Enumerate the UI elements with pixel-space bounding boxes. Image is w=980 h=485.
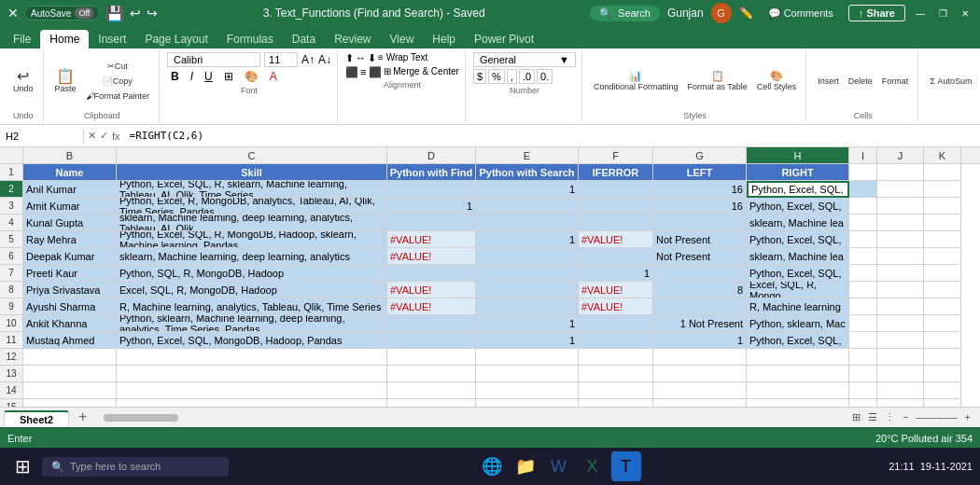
undo-icon[interactable]: ↩ bbox=[130, 6, 141, 21]
cell-E14[interactable] bbox=[476, 382, 579, 399]
cell-J15[interactable] bbox=[877, 399, 924, 407]
cell-F13[interactable] bbox=[579, 366, 653, 382]
row-num-3[interactable]: 3 bbox=[0, 198, 22, 215]
format-cells-button[interactable]: Format bbox=[878, 75, 913, 88]
cell-K4[interactable] bbox=[924, 215, 961, 231]
cell-G1[interactable]: LEFT bbox=[653, 164, 747, 181]
format-as-table-button[interactable]: 📋Format as Table bbox=[683, 68, 750, 93]
cell-B1[interactable]: Name bbox=[23, 164, 117, 181]
row-num-8[interactable]: 8 bbox=[0, 282, 22, 298]
search-box[interactable]: 🔍 Search bbox=[590, 6, 660, 21]
tab-help[interactable]: Help bbox=[423, 30, 465, 48]
cell-F4[interactable] bbox=[579, 215, 653, 231]
cell-D13[interactable] bbox=[387, 366, 476, 382]
cell-styles-button[interactable]: 🎨Cell Styles bbox=[753, 68, 801, 93]
cell-D3[interactable]: 1 bbox=[387, 198, 476, 215]
formula-confirm-icon[interactable]: ✓ bbox=[100, 130, 108, 142]
cell-D10[interactable] bbox=[387, 315, 476, 332]
comments-button[interactable]: 💬 Comments bbox=[761, 6, 841, 21]
page-break-button[interactable]: ⋮ bbox=[885, 411, 895, 423]
autosave-toggle[interactable]: AutoSave Off bbox=[24, 6, 100, 21]
cell-E2[interactable]: 1 bbox=[476, 181, 579, 198]
cell-J6[interactable] bbox=[877, 248, 924, 265]
cell-G7[interactable] bbox=[653, 265, 747, 282]
redo-icon[interactable]: ↪ bbox=[147, 6, 158, 21]
copy-button[interactable]: 📄Copy bbox=[82, 75, 154, 88]
cell-G4[interactable] bbox=[653, 215, 747, 231]
cell-C13[interactable] bbox=[117, 366, 387, 382]
col-header-G[interactable]: G bbox=[653, 147, 747, 163]
font-name-dropdown[interactable]: Calibri bbox=[167, 52, 260, 67]
taskbar-icon-teams[interactable]: T bbox=[611, 451, 641, 481]
cell-G3[interactable]: 16 bbox=[653, 198, 747, 215]
row-num-9[interactable]: 9 bbox=[0, 298, 22, 315]
cell-E15[interactable] bbox=[476, 399, 579, 407]
cell-F14[interactable] bbox=[579, 382, 653, 399]
cell-B10[interactable]: Ankit Khanna bbox=[23, 315, 117, 332]
cell-F11[interactable] bbox=[579, 332, 653, 349]
cell-E4[interactable] bbox=[476, 215, 579, 231]
cell-K10[interactable] bbox=[924, 315, 961, 332]
cell-I15[interactable] bbox=[849, 399, 877, 407]
cell-D12[interactable] bbox=[387, 349, 476, 366]
cell-J7[interactable] bbox=[877, 265, 924, 282]
cell-K2[interactable] bbox=[924, 181, 961, 198]
cell-I3[interactable] bbox=[849, 198, 877, 215]
row-num-1[interactable]: 1 bbox=[0, 164, 22, 181]
cell-C12[interactable] bbox=[117, 349, 387, 366]
cell-J14[interactable] bbox=[877, 382, 924, 399]
taskbar-search[interactable]: 🔍 Type here to search bbox=[42, 457, 229, 477]
cell-B9[interactable]: Ayushi Sharma bbox=[23, 298, 117, 315]
cell-I13[interactable] bbox=[849, 366, 877, 382]
paste-button[interactable]: 📋Paste bbox=[51, 67, 80, 95]
cell-G14[interactable] bbox=[653, 382, 747, 399]
tab-view[interactable]: View bbox=[381, 30, 424, 48]
align-center-button[interactable]: ≡ bbox=[360, 66, 366, 78]
cell-K15[interactable] bbox=[924, 399, 961, 407]
cell-C8[interactable]: Excel, SQL, R, MongoDB, Hadoop bbox=[117, 282, 387, 298]
cell-D8[interactable]: #VALUE! bbox=[387, 282, 476, 298]
cell-E10[interactable]: 1 bbox=[476, 315, 579, 332]
cell-J10[interactable] bbox=[877, 315, 924, 332]
cell-E13[interactable] bbox=[476, 366, 579, 382]
cell-D2[interactable] bbox=[387, 181, 476, 198]
delete-cells-button[interactable]: Delete bbox=[845, 75, 876, 88]
cell-J1[interactable] bbox=[877, 164, 924, 181]
row-num-7[interactable]: 7 bbox=[0, 265, 22, 282]
cell-H3[interactable]: Python, Excel, SQL, bbox=[747, 198, 849, 215]
decimal-decrease-button[interactable]: 0. bbox=[537, 69, 553, 84]
zoom-in-button[interactable]: + bbox=[965, 411, 971, 423]
cell-J3[interactable] bbox=[877, 198, 924, 215]
cell-I8[interactable] bbox=[849, 282, 877, 298]
cell-E12[interactable] bbox=[476, 349, 579, 366]
cell-I12[interactable] bbox=[849, 349, 877, 366]
col-header-B[interactable]: B bbox=[23, 147, 117, 163]
cell-H12[interactable] bbox=[747, 349, 849, 366]
cell-K14[interactable] bbox=[924, 382, 961, 399]
cell-K12[interactable] bbox=[924, 349, 961, 366]
underline-button[interactable]: U bbox=[201, 69, 217, 84]
sheet-tab-active[interactable]: Sheet2 bbox=[4, 410, 69, 427]
cell-J12[interactable] bbox=[877, 349, 924, 366]
maximize-button[interactable]: ❐ bbox=[935, 6, 950, 21]
share-pen-icon[interactable]: ✏️ bbox=[739, 7, 753, 20]
cell-B11[interactable]: Mustaq Ahmed bbox=[23, 332, 117, 349]
font-color-button[interactable]: A bbox=[266, 69, 281, 84]
col-header-E[interactable]: E bbox=[476, 147, 579, 163]
undo-button[interactable]: ↩Undo bbox=[9, 67, 37, 95]
border-button[interactable]: ⊞ bbox=[220, 69, 237, 84]
cell-G10[interactable]: 1 Not Present bbox=[653, 315, 747, 332]
currency-button[interactable]: $ bbox=[473, 69, 486, 84]
cell-K8[interactable] bbox=[924, 282, 961, 298]
tab-review[interactable]: Review bbox=[325, 30, 380, 48]
tab-file[interactable]: File bbox=[4, 30, 40, 48]
zoom-slider[interactable]: ———— bbox=[917, 411, 958, 423]
name-box[interactable]: H2 bbox=[0, 129, 84, 144]
cell-B7[interactable]: Preeti Kaur bbox=[23, 265, 117, 282]
cell-I11[interactable] bbox=[849, 332, 877, 349]
cell-H4[interactable]: sklearn, Machine lea bbox=[747, 215, 849, 231]
insert-cells-button[interactable]: Insert bbox=[814, 75, 843, 88]
cell-F7[interactable]: 1 bbox=[579, 265, 653, 282]
cell-E5[interactable]: 1 bbox=[476, 231, 579, 248]
col-header-I[interactable]: I bbox=[849, 147, 877, 163]
